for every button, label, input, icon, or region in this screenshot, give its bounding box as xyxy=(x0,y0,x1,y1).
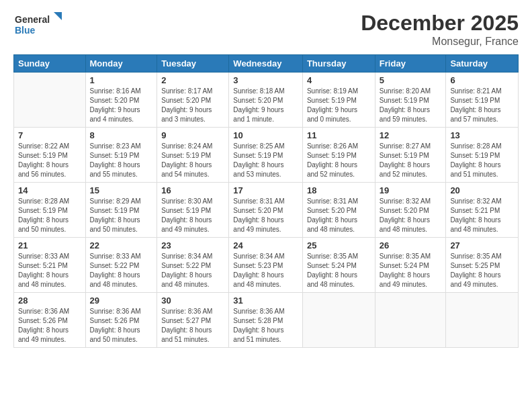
day-number: 27 xyxy=(450,240,514,250)
day-info: Sunrise: 8:31 AM Sunset: 5:20 PM Dayligh… xyxy=(233,197,298,234)
week-row-1: 7Sunrise: 8:22 AM Sunset: 5:19 PM Daylig… xyxy=(14,128,519,183)
day-number: 14 xyxy=(18,185,81,195)
day-info: Sunrise: 8:29 AM Sunset: 5:19 PM Dayligh… xyxy=(90,197,153,234)
col-header-wednesday: Wednesday xyxy=(229,55,303,73)
day-info: Sunrise: 8:27 AM Sunset: 5:19 PM Dayligh… xyxy=(380,142,442,179)
day-cell: 7Sunrise: 8:22 AM Sunset: 5:19 PM Daylig… xyxy=(14,128,86,183)
day-info: Sunrise: 8:33 AM Sunset: 5:22 PM Dayligh… xyxy=(90,252,153,289)
day-cell: 31Sunrise: 8:36 AM Sunset: 5:28 PM Dayli… xyxy=(229,293,303,348)
day-cell xyxy=(446,293,519,348)
day-cell: 22Sunrise: 8:33 AM Sunset: 5:22 PM Dayli… xyxy=(85,238,157,293)
day-info: Sunrise: 8:18 AM Sunset: 5:20 PM Dayligh… xyxy=(233,87,298,124)
day-info: Sunrise: 8:25 AM Sunset: 5:19 PM Dayligh… xyxy=(233,142,298,179)
day-number: 28 xyxy=(18,295,81,306)
day-info: Sunrise: 8:36 AM Sunset: 5:28 PM Dayligh… xyxy=(233,307,298,345)
svg-marker-2 xyxy=(54,12,62,20)
day-cell: 14Sunrise: 8:28 AM Sunset: 5:19 PM Dayli… xyxy=(14,183,86,238)
day-cell: 5Sunrise: 8:20 AM Sunset: 5:19 PM Daylig… xyxy=(375,73,446,128)
day-info: Sunrise: 8:24 AM Sunset: 5:19 PM Dayligh… xyxy=(161,142,224,179)
day-info: Sunrise: 8:16 AM Sunset: 5:20 PM Dayligh… xyxy=(90,87,153,124)
day-info: Sunrise: 8:35 AM Sunset: 5:25 PM Dayligh… xyxy=(450,252,514,289)
logo: GeneralBlue xyxy=(13,11,67,38)
day-info: Sunrise: 8:23 AM Sunset: 5:19 PM Dayligh… xyxy=(90,142,153,179)
day-cell: 17Sunrise: 8:31 AM Sunset: 5:20 PM Dayli… xyxy=(229,183,303,238)
header-row: SundayMondayTuesdayWednesdayThursdayFrid… xyxy=(14,55,519,73)
col-header-sunday: Sunday xyxy=(14,55,86,73)
day-info: Sunrise: 8:19 AM Sunset: 5:19 PM Dayligh… xyxy=(307,87,371,124)
day-cell: 13Sunrise: 8:28 AM Sunset: 5:19 PM Dayli… xyxy=(446,128,519,183)
subtitle: Monsegur, France xyxy=(361,36,519,48)
day-info: Sunrise: 8:30 AM Sunset: 5:19 PM Dayligh… xyxy=(161,197,224,234)
day-cell: 1Sunrise: 8:16 AM Sunset: 5:20 PM Daylig… xyxy=(85,73,157,128)
day-number: 11 xyxy=(307,130,371,140)
col-header-monday: Monday xyxy=(85,55,157,73)
logo-icon: GeneralBlue xyxy=(13,11,67,38)
day-info: Sunrise: 8:28 AM Sunset: 5:19 PM Dayligh… xyxy=(18,197,81,234)
day-cell xyxy=(375,293,446,348)
calendar: SundayMondayTuesdayWednesdayThursdayFrid… xyxy=(13,54,519,348)
day-cell: 29Sunrise: 8:36 AM Sunset: 5:26 PM Dayli… xyxy=(85,293,157,348)
day-info: Sunrise: 8:34 AM Sunset: 5:23 PM Dayligh… xyxy=(233,252,298,289)
day-info: Sunrise: 8:17 AM Sunset: 5:20 PM Dayligh… xyxy=(161,87,224,124)
day-info: Sunrise: 8:36 AM Sunset: 5:26 PM Dayligh… xyxy=(18,307,81,345)
day-cell xyxy=(302,293,375,348)
day-cell: 23Sunrise: 8:34 AM Sunset: 5:22 PM Dayli… xyxy=(157,238,229,293)
day-cell: 9Sunrise: 8:24 AM Sunset: 5:19 PM Daylig… xyxy=(157,128,229,183)
day-number: 8 xyxy=(90,130,153,140)
day-number: 24 xyxy=(233,240,298,250)
day-cell: 28Sunrise: 8:36 AM Sunset: 5:26 PM Dayli… xyxy=(14,293,86,348)
week-row-3: 21Sunrise: 8:33 AM Sunset: 5:21 PM Dayli… xyxy=(14,238,519,293)
day-cell: 4Sunrise: 8:19 AM Sunset: 5:19 PM Daylig… xyxy=(302,73,375,128)
day-number: 20 xyxy=(450,185,514,195)
day-info: Sunrise: 8:31 AM Sunset: 5:20 PM Dayligh… xyxy=(307,197,371,234)
day-info: Sunrise: 8:22 AM Sunset: 5:19 PM Dayligh… xyxy=(18,142,81,179)
svg-text:General: General xyxy=(15,14,50,25)
day-number: 9 xyxy=(161,130,224,140)
day-number: 15 xyxy=(90,185,153,195)
header: GeneralBlue December 2025 Monsegur, Fran… xyxy=(13,11,519,48)
day-cell: 3Sunrise: 8:18 AM Sunset: 5:20 PM Daylig… xyxy=(229,73,303,128)
day-info: Sunrise: 8:33 AM Sunset: 5:21 PM Dayligh… xyxy=(18,252,81,289)
day-number: 7 xyxy=(18,130,81,140)
day-number: 13 xyxy=(450,130,514,140)
day-info: Sunrise: 8:36 AM Sunset: 5:26 PM Dayligh… xyxy=(90,307,153,345)
day-cell: 19Sunrise: 8:32 AM Sunset: 5:20 PM Dayli… xyxy=(375,183,446,238)
day-cell: 25Sunrise: 8:35 AM Sunset: 5:24 PM Dayli… xyxy=(302,238,375,293)
day-number: 4 xyxy=(307,75,371,85)
day-cell xyxy=(14,73,86,128)
week-row-2: 14Sunrise: 8:28 AM Sunset: 5:19 PM Dayli… xyxy=(14,183,519,238)
day-number: 19 xyxy=(380,185,442,195)
day-number: 3 xyxy=(233,75,298,85)
day-number: 18 xyxy=(307,185,371,195)
day-number: 12 xyxy=(380,130,442,140)
day-number: 29 xyxy=(90,295,153,306)
day-number: 22 xyxy=(90,240,153,250)
page: GeneralBlue December 2025 Monsegur, Fran… xyxy=(0,0,532,411)
day-cell: 10Sunrise: 8:25 AM Sunset: 5:19 PM Dayli… xyxy=(229,128,303,183)
day-info: Sunrise: 8:26 AM Sunset: 5:19 PM Dayligh… xyxy=(307,142,371,179)
title-area: December 2025 Monsegur, France xyxy=(361,11,519,48)
day-cell: 30Sunrise: 8:36 AM Sunset: 5:27 PM Dayli… xyxy=(157,293,229,348)
day-cell: 16Sunrise: 8:30 AM Sunset: 5:19 PM Dayli… xyxy=(157,183,229,238)
day-info: Sunrise: 8:21 AM Sunset: 5:19 PM Dayligh… xyxy=(450,87,514,124)
day-cell: 8Sunrise: 8:23 AM Sunset: 5:19 PM Daylig… xyxy=(85,128,157,183)
main-title: December 2025 xyxy=(361,11,519,36)
day-info: Sunrise: 8:35 AM Sunset: 5:24 PM Dayligh… xyxy=(380,252,442,289)
day-number: 16 xyxy=(161,185,224,195)
day-number: 30 xyxy=(161,295,224,306)
col-header-friday: Friday xyxy=(375,55,446,73)
week-row-4: 28Sunrise: 8:36 AM Sunset: 5:26 PM Dayli… xyxy=(14,293,519,348)
day-cell: 6Sunrise: 8:21 AM Sunset: 5:19 PM Daylig… xyxy=(446,73,519,128)
day-info: Sunrise: 8:34 AM Sunset: 5:22 PM Dayligh… xyxy=(161,252,224,289)
day-info: Sunrise: 8:32 AM Sunset: 5:20 PM Dayligh… xyxy=(380,197,442,234)
day-cell: 11Sunrise: 8:26 AM Sunset: 5:19 PM Dayli… xyxy=(302,128,375,183)
svg-text:Blue: Blue xyxy=(15,25,36,36)
day-cell: 21Sunrise: 8:33 AM Sunset: 5:21 PM Dayli… xyxy=(14,238,86,293)
day-number: 23 xyxy=(161,240,224,250)
day-number: 5 xyxy=(380,75,442,85)
day-number: 6 xyxy=(450,75,514,85)
col-header-saturday: Saturday xyxy=(446,55,519,73)
day-info: Sunrise: 8:32 AM Sunset: 5:21 PM Dayligh… xyxy=(450,197,514,234)
col-header-thursday: Thursday xyxy=(302,55,375,73)
day-cell: 24Sunrise: 8:34 AM Sunset: 5:23 PM Dayli… xyxy=(229,238,303,293)
